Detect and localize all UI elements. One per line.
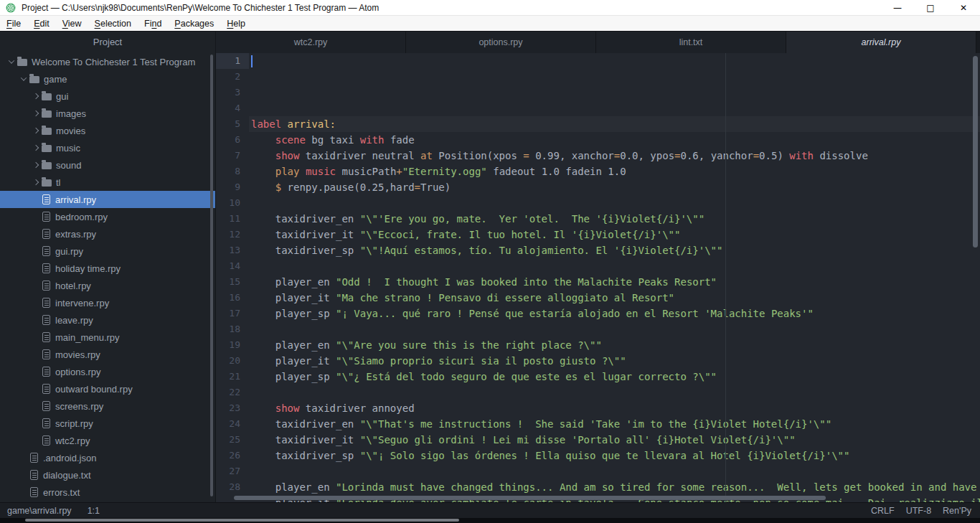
menu-bar: FileEditViewSelectionFindPackagesHelp (0, 16, 980, 32)
tree-item-wtc2-rpy[interactable]: wtc2.rpy (0, 432, 215, 449)
code-line-13: player_sp "¡ Vaya... qué raro ! Pensé qu… (249, 306, 980, 321)
tree-item-outward-bound-rpy[interactable]: outward bound.rpy (0, 380, 215, 397)
chevron-right-icon[interactable] (30, 111, 41, 116)
line-number: 26 (216, 448, 249, 463)
chevron-right-icon[interactable] (30, 94, 41, 98)
tree-item-arrival-rpy[interactable]: arrival.rpy (0, 191, 215, 208)
folder-icon (42, 179, 52, 187)
code-token: show (275, 150, 300, 161)
folder-icon (42, 110, 52, 118)
file-icon (42, 418, 50, 428)
tree-item-options-rpy[interactable]: options.rpy (0, 363, 215, 380)
chevron-right-icon[interactable] (30, 146, 41, 150)
tree-item-intervene-rpy[interactable]: intervene.rpy (0, 294, 215, 311)
editor-vertical-scrollbar[interactable] (973, 56, 978, 248)
maximize-button[interactable]: □ (914, 0, 947, 15)
tree-item-hotel-rpy[interactable]: hotel.rpy (0, 277, 215, 294)
menu-item-view[interactable]: View (56, 19, 88, 29)
tree-item-label: gui (56, 91, 68, 102)
tree-item-images[interactable]: images (0, 105, 215, 122)
minimize-button[interactable]: — (881, 0, 914, 15)
menu-item-file[interactable]: File (0, 19, 27, 29)
line-number: 27 (216, 463, 249, 479)
code-token: True) (420, 182, 451, 193)
status-line-ending[interactable]: CRLF (871, 506, 895, 516)
close-button[interactable]: ✕ (947, 0, 980, 15)
code-token: + (396, 166, 402, 177)
tree-item-screens-rpy[interactable]: screens.rpy (0, 397, 215, 415)
chevron-down-icon[interactable] (6, 60, 17, 64)
line-number: 11 (216, 211, 249, 227)
line-number: 5 (216, 116, 249, 132)
tree-item-movies-rpy[interactable]: movies.rpy (0, 346, 215, 363)
editor-horizontal-scrollbar[interactable] (234, 496, 826, 500)
tab-arrival-rpy[interactable]: arrival.rpy (786, 32, 976, 53)
code-token: at (420, 150, 433, 161)
status-file-path[interactable]: game\arrival.rpy (7, 506, 72, 516)
tree-item-music[interactable]: music (0, 139, 215, 156)
tree-item-bedroom-rpy[interactable]: bedroom.rpy (0, 208, 215, 225)
text-editor[interactable]: 1234567891011121314151617181920212223242… (216, 53, 980, 502)
tree-item-android-json[interactable]: .android.json (0, 449, 215, 466)
window-controls: — □ ✕ (881, 0, 980, 15)
text-cursor (251, 55, 253, 67)
tree-item-label: main_menu.rpy (55, 332, 120, 343)
tree-item-movies[interactable]: movies (0, 122, 215, 139)
tab-wtc2-rpy[interactable]: wtc2.rpy (216, 32, 406, 53)
tree-item-sound[interactable]: sound (0, 156, 215, 174)
tree-item-welcome-to-chichester-1-test-program[interactable]: Welcome To Chichester 1 Test Program (0, 53, 215, 70)
tree-item-dialogue-txt[interactable]: dialogue.txt (0, 466, 215, 484)
tree-item-extras-rpy[interactable]: extras.rpy (0, 225, 215, 242)
chevron-right-icon[interactable] (30, 180, 41, 184)
file-icon (42, 384, 50, 394)
code-token (251, 150, 275, 161)
code-token: show (275, 402, 300, 414)
menu-mnemonic: P (174, 19, 180, 29)
chevron-right-icon[interactable] (30, 128, 41, 133)
tree-item-gui-rpy[interactable]: gui.rpy (0, 242, 215, 260)
tree-item-game[interactable]: game (0, 70, 215, 88)
tree-item-label: outward bound.rpy (55, 384, 133, 395)
bottom-scrollbar[interactable] (25, 519, 459, 522)
line-number-gutter: 1234567891011121314151617181920212223242… (216, 53, 249, 502)
tree-item-label: holiday time.rpy (55, 263, 121, 274)
line-number: 20 (216, 353, 249, 369)
line-number: 6 (216, 132, 249, 148)
folder-icon (17, 59, 27, 66)
menu-item-help[interactable]: Help (220, 19, 252, 29)
code-token: taxidriver_sp (251, 245, 360, 256)
code-area[interactable]: label arrival: scene bg taxi with fade s… (249, 53, 980, 502)
menu-item-packages[interactable]: Packages (168, 19, 220, 29)
tree-item-main-menu-rpy[interactable]: main_menu.rpy (0, 329, 215, 346)
tree-item-label: game (44, 74, 67, 85)
tab-options-rpy[interactable]: options.rpy (406, 32, 596, 53)
menu-item-find[interactable]: Find (138, 19, 168, 29)
status-cursor-position[interactable]: 1:1 (88, 506, 100, 516)
tree-item-script-rpy[interactable]: script.rpy (0, 415, 215, 432)
chevron-down-icon[interactable] (18, 77, 29, 81)
line-number: 12 (216, 227, 249, 242)
tab-lint-txt[interactable]: lint.txt (596, 32, 786, 53)
tree-scrollbar[interactable] (210, 55, 213, 496)
code-line-17: player_sp "\"¿ Está del todo seguro de q… (249, 369, 980, 385)
menu-item-edit[interactable]: Edit (27, 19, 56, 29)
tree-item-holiday-time-rpy[interactable]: holiday time.rpy (0, 260, 215, 277)
menu-mnemonic: S (95, 19, 100, 29)
code-token: = (753, 150, 759, 161)
code-line-18 (249, 385, 980, 400)
status-grammar[interactable]: Ren'Py (943, 506, 971, 516)
tree-item-tl[interactable]: tl (0, 174, 215, 191)
tree-item-errors-txt[interactable]: errors.txt (0, 484, 215, 501)
file-icon (42, 435, 50, 446)
code-token: taxidriver annoyed (299, 402, 414, 414)
code-token: taxidriver_it (251, 229, 360, 240)
chevron-right-icon[interactable] (30, 163, 41, 167)
tree-item-leave-rpy[interactable]: leave.rpy (0, 311, 215, 329)
line-number: 28 (216, 479, 249, 495)
tree-item-label: movies.rpy (55, 349, 100, 360)
menu-item-selection[interactable]: Selection (88, 19, 138, 29)
status-encoding[interactable]: UTF-8 (906, 506, 931, 516)
code-token: $ (275, 182, 281, 193)
tree-item-gui[interactable]: gui (0, 88, 215, 105)
code-token: "\"Are you sure this is the right place … (336, 339, 602, 351)
